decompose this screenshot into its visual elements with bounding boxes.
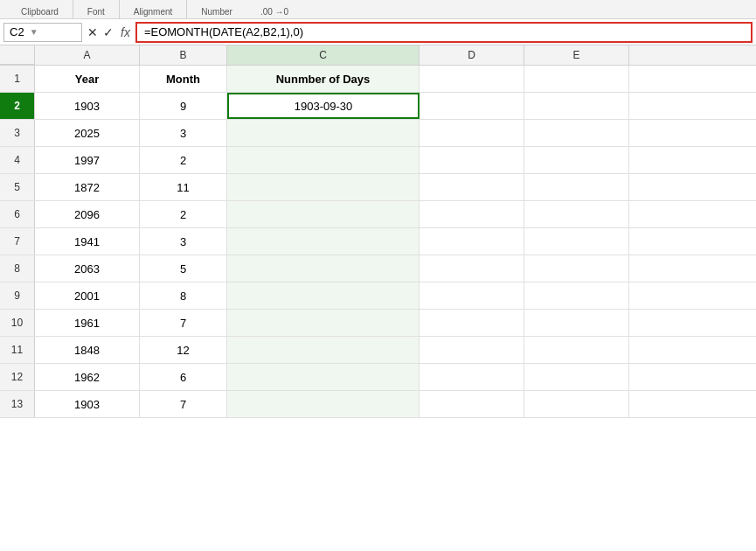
cell-a12[interactable]: 1962	[35, 364, 140, 390]
cell-d8[interactable]	[420, 255, 524, 282]
table-row: 4 1997 2	[0, 147, 756, 174]
cell-reference-value: C2	[10, 25, 24, 38]
cell-d13[interactable]	[420, 391, 524, 417]
cell-e10[interactable]	[524, 310, 629, 336]
formula-input[interactable]: =EOMONTH(DATE(A2,B2,1),0)	[135, 22, 753, 43]
cell-d1[interactable]	[420, 66, 524, 92]
cell-e9[interactable]	[524, 282, 629, 309]
cell-a11[interactable]: 1848	[35, 337, 140, 363]
cell-e13[interactable]	[524, 391, 629, 417]
cell-d10[interactable]	[420, 310, 524, 336]
cell-reference-box[interactable]: C2 ▼	[3, 23, 82, 42]
cell-b3[interactable]: 3	[140, 120, 227, 146]
table-row: 7 1941 3	[0, 228, 756, 255]
row-num-12: 12	[0, 364, 35, 390]
cell-c6[interactable]	[227, 201, 420, 227]
cell-c7[interactable]	[227, 228, 420, 255]
row-num-1: 1	[0, 66, 35, 92]
cell-d9[interactable]	[420, 282, 524, 309]
cell-e8[interactable]	[524, 255, 629, 282]
cell-b11[interactable]: 12	[140, 337, 227, 363]
column-headers: A B C D E	[0, 45, 756, 66]
cell-d2[interactable]	[420, 93, 524, 119]
cell-e4[interactable]	[524, 147, 629, 173]
cell-c4[interactable]	[227, 147, 420, 173]
col-header-a[interactable]: A	[35, 45, 140, 65]
cell-d12[interactable]	[420, 364, 524, 390]
cell-e12[interactable]	[524, 364, 629, 390]
row-num-4: 4	[0, 147, 35, 173]
cell-a4[interactable]: 1997	[35, 147, 140, 173]
table-row: 11 1848 12	[0, 337, 756, 364]
table-row: 9 2001 8	[0, 282, 756, 310]
cell-c12[interactable]	[227, 364, 420, 390]
cell-a9[interactable]: 2001	[35, 282, 140, 309]
cell-c10[interactable]	[227, 310, 420, 336]
table-row: 1 Year Month Nunmber of Days	[0, 66, 756, 93]
fx-label[interactable]: fx	[121, 25, 130, 39]
cell-a6[interactable]: 2096	[35, 201, 140, 227]
cell-b2-value: 9	[180, 100, 186, 113]
cell-e6[interactable]	[524, 201, 629, 227]
cell-c8[interactable]	[227, 255, 420, 282]
cell-c3[interactable]	[227, 120, 420, 146]
cell-e7[interactable]	[524, 228, 629, 255]
ribbon-bar: Clipboard Font Alignment Number .00 →0	[0, 0, 756, 19]
col-header-e[interactable]: E	[524, 45, 629, 65]
cell-e3[interactable]	[524, 120, 629, 146]
row-num-6: 6	[0, 201, 35, 227]
cell-b2[interactable]: 9	[140, 93, 227, 119]
cell-c5[interactable]	[227, 174, 420, 200]
cancel-icon[interactable]: ✕	[87, 25, 98, 39]
cell-d11[interactable]	[420, 337, 524, 363]
cell-c1[interactable]: Nunmber of Days	[227, 66, 420, 92]
cell-d6[interactable]	[420, 201, 524, 227]
formula-icons: ✕ ✓ fx	[82, 25, 135, 39]
cell-e11[interactable]	[524, 337, 629, 363]
cell-e1[interactable]	[524, 66, 629, 92]
cell-b6[interactable]: 2	[140, 201, 227, 227]
table-row: 13 1903 7	[0, 391, 756, 418]
table-row: 2 1903 9 1903-09-30	[0, 93, 756, 120]
cell-c13[interactable]	[227, 391, 420, 417]
cell-e5[interactable]	[524, 174, 629, 200]
alignment-label: Alignment	[120, 0, 187, 18]
table-row: 6 2096 2	[0, 201, 756, 228]
table-row: 8 2063 5	[0, 255, 756, 282]
cell-b10[interactable]: 7	[140, 310, 227, 336]
col-header-b[interactable]: B	[140, 45, 227, 65]
cell-a5[interactable]: 1872	[35, 174, 140, 200]
cell-b5[interactable]: 11	[140, 174, 227, 200]
cell-d3[interactable]	[420, 120, 524, 146]
cell-d7[interactable]	[420, 228, 524, 255]
cell-c1-value: Nunmber of Days	[276, 73, 371, 86]
cell-a10[interactable]: 1961	[35, 310, 140, 336]
cell-b8[interactable]: 5	[140, 255, 227, 282]
cell-a1[interactable]: Year	[35, 66, 140, 92]
spreadsheet: A B C D E 1 Year Month Nunmber of Days 2…	[0, 45, 756, 418]
row-num-2: 2	[0, 93, 35, 119]
confirm-icon[interactable]: ✓	[103, 25, 114, 39]
cell-a7[interactable]: 1941	[35, 228, 140, 255]
cell-b13[interactable]: 7	[140, 391, 227, 417]
cell-c11[interactable]	[227, 337, 420, 363]
cell-b4[interactable]: 2	[140, 147, 227, 173]
cell-b9[interactable]: 8	[140, 282, 227, 309]
cell-b7[interactable]: 3	[140, 228, 227, 255]
cell-b1[interactable]: Month	[140, 66, 227, 92]
cell-a8[interactable]: 2063	[35, 255, 140, 282]
col-header-d[interactable]: D	[420, 45, 524, 65]
cell-d4[interactable]	[420, 147, 524, 173]
cell-b12[interactable]: 6	[140, 364, 227, 390]
row-num-8: 8	[0, 255, 35, 282]
cell-c9[interactable]	[227, 282, 420, 309]
row-num-10: 10	[0, 310, 35, 336]
cell-a3[interactable]: 2025	[35, 120, 140, 146]
cell-a2[interactable]: 1903	[35, 93, 140, 119]
cell-e2[interactable]	[524, 93, 629, 119]
col-header-c[interactable]: C	[227, 45, 420, 65]
row-num-9: 9	[0, 282, 35, 309]
cell-c2[interactable]: 1903-09-30	[227, 93, 420, 119]
cell-a13[interactable]: 1903	[35, 391, 140, 417]
cell-d5[interactable]	[420, 174, 524, 200]
